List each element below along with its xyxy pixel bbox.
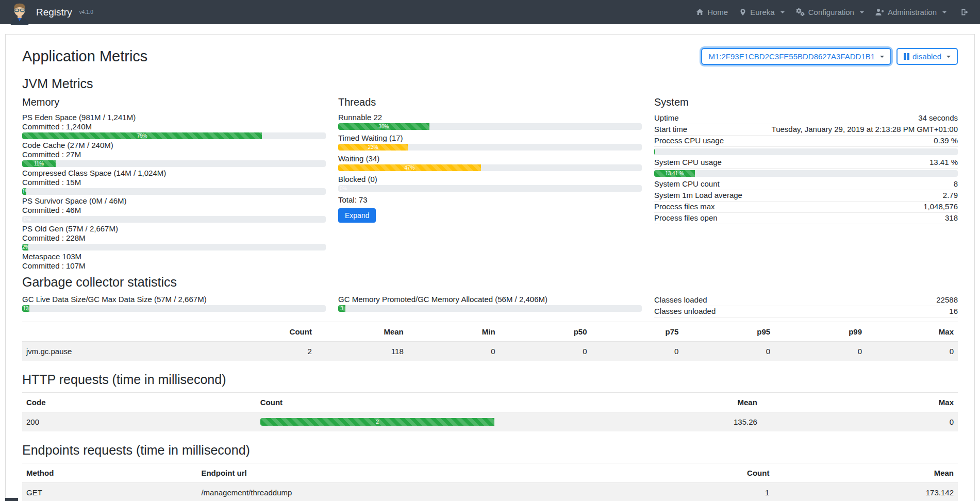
memory-progress-bar: 1% — [22, 188, 326, 195]
nav-item-label: Administration — [888, 8, 937, 16]
http-requests-table: Code Count Mean Max 200 2 135.26 0 — [22, 392, 958, 431]
memory-item-title: Compressed Class Space (14M / 1,024M) — [22, 169, 326, 178]
memory-item: Compressed Class Space (14M / 1,024M) Co… — [22, 169, 326, 195]
memory-item-title: Metaspace 103M — [22, 252, 326, 261]
pause-icon — [904, 53, 909, 60]
classes-unloaded-row: Classes unloaded 16 — [654, 306, 958, 318]
nav-item-home[interactable]: Home — [690, 4, 734, 21]
thread-item: Runnable 22 30% — [338, 113, 642, 130]
thread-item-title: Timed Waiting (17) — [338, 133, 642, 143]
system-column: System Uptime 34 seconds Start time Tues… — [654, 96, 958, 272]
sign-out-button[interactable] — [952, 4, 971, 20]
chevron-down-icon — [860, 11, 864, 13]
system-row-uptime: Uptime 34 seconds — [654, 113, 958, 124]
threads-heading: Threads — [338, 96, 642, 108]
gc-pause-row: jvm.gc.pause 2 118 0 0 0 0 0 0 — [22, 342, 958, 361]
user-plus-icon — [875, 8, 884, 16]
memory-item: PS Eden Space (981M / 1,241M) Committed … — [22, 113, 326, 139]
memory-progress-bar: 79% — [22, 132, 326, 139]
system-row-files-max: Process files max 1,048,576 — [654, 202, 958, 213]
threads-column: Threads Runnable 22 30% Timed Waiting (1… — [338, 96, 642, 272]
memory-item: Code Cache (27M / 240M) Committed : 27M … — [22, 141, 326, 167]
instance-selector-dropdown[interactable]: M1:2F93E1CBD2C3FE55BDD8627A3FADD1B1 — [701, 48, 891, 65]
top-navbar: Registry v4.1.0 Home Eureka Configuratio… — [0, 0, 980, 24]
refresh-toggle-dropdown[interactable]: disabled — [896, 48, 958, 65]
page-header: Application Metrics M1:2F93E1CBD2C3FE55B… — [22, 46, 958, 76]
app-title: Registry — [36, 7, 72, 18]
http-count-progress-bar: 2 — [260, 418, 626, 426]
memory-item-title: PS Old Gen (57M / 2,667M) — [22, 224, 326, 233]
memory-item: Metaspace 103M Committed : 107M — [22, 252, 326, 271]
header-buttons: M1:2F93E1CBD2C3FE55BDD8627A3FADD1B1 disa… — [701, 48, 958, 65]
thread-item-title: Blocked (0) — [338, 175, 642, 184]
memory-item-title: PS Survivor Space (0M / 46M) — [22, 196, 326, 206]
chevron-down-icon — [880, 56, 884, 58]
memory-item: PS Survivor Space (0M / 46M) Committed :… — [22, 196, 326, 223]
thread-item-title: Waiting (34) — [338, 154, 642, 163]
map-marker-icon — [739, 8, 746, 16]
http-col-code: Code — [22, 393, 256, 412]
expand-threads-button[interactable]: Expand — [338, 208, 376, 223]
nav-item-configuration[interactable]: Configuration — [790, 4, 870, 21]
memory-column: Memory PS Eden Space (981M / 1,241M) Com… — [22, 96, 326, 272]
nav-item-label: Eureka — [750, 8, 775, 16]
gc-col-min: Min — [408, 322, 500, 342]
endpoint-row-threaddump: GET /management/threaddump 1 173.142 — [22, 483, 958, 501]
endpoints-requests-heading: Endpoints requests (time in millisecond) — [22, 443, 958, 458]
gc-columns: GC Live Data Size/GC Max Data Size (57M … — [22, 295, 958, 318]
thread-item: Waiting (34) 47% — [338, 154, 642, 171]
gc-col-max: Max — [866, 322, 958, 342]
http-row-200: 200 2 135.26 0 — [22, 412, 958, 432]
gc-col-p75: p75 — [591, 322, 683, 342]
classes-loaded-row: Classes loaded 22588 — [654, 295, 958, 306]
memory-progress-bar: 11% — [22, 160, 326, 167]
system-heading: System — [654, 96, 958, 108]
gc-col-count: Count — [224, 322, 316, 342]
endpoints-header-row: Method Endpoint url Count Mean — [22, 463, 958, 483]
memory-item-committed: Committed : 46M — [22, 206, 326, 215]
gc-bar-title: GC Memory Promoted/GC Memory Allocated (… — [338, 295, 642, 304]
chevron-down-icon — [780, 11, 785, 13]
system-row-start-time: Start time Tuesday, January 29, 2019 at … — [654, 124, 958, 136]
memory-item-committed: Committed : 107M — [22, 261, 326, 271]
endpoints-col-count: Count — [618, 463, 773, 483]
gc-bar-title: GC Live Data Size/GC Max Data Size (57M … — [22, 295, 326, 304]
system-row-cpu-count: System CPU count 8 — [654, 179, 958, 190]
gc-progress-bar: 13 — [22, 305, 326, 312]
http-col-max: Max — [761, 393, 958, 412]
gc-pause-table: Count Mean Min p50 p75 p95 p99 Max jvm.g… — [22, 322, 958, 361]
gc-pause-header-row: Count Mean Min p50 p75 p95 p99 Max — [22, 322, 958, 342]
thread-progress-bar: 23% — [338, 144, 642, 151]
process-cpu-progress-bar — [654, 148, 958, 155]
gc-live-data-column: GC Live Data Size/GC Max Data Size (57M … — [22, 295, 326, 318]
metrics-page: Application Metrics M1:2F93E1CBD2C3FE55B… — [5, 34, 975, 501]
system-row-process-cpu: Process CPU usage 0.39 % — [654, 136, 958, 147]
page-title: Application Metrics — [22, 48, 147, 65]
gc-heading: Garbage collector statistics — [22, 275, 958, 290]
memory-progress-bar: 0% — [22, 216, 326, 223]
jvm-metrics-heading: JVM Metrics — [22, 76, 958, 91]
gc-col-p50: p50 — [500, 322, 591, 342]
memory-heading: Memory — [22, 96, 326, 108]
gc-col-p95: p95 — [683, 322, 774, 342]
gc-col-mean: Mean — [316, 322, 408, 342]
app-version: v4.1.0 — [79, 9, 93, 15]
thread-progress-bar: 0% — [338, 185, 642, 192]
thread-item-title: Runnable 22 — [338, 113, 642, 122]
memory-item: PS Old Gen (57M / 2,667M) Committed : 22… — [22, 224, 326, 250]
gc-memory-promoted-column: GC Memory Promoted/GC Memory Allocated (… — [338, 295, 642, 318]
jhipster-avatar-logo — [9, 2, 30, 25]
http-col-mean: Mean — [630, 393, 761, 412]
http-col-count: Count — [256, 393, 630, 412]
refresh-toggle-label: disabled — [912, 52, 941, 61]
nav-item-administration[interactable]: Administration — [870, 4, 952, 21]
gc-progress-bar: 3 — [338, 305, 642, 312]
sign-out-icon — [960, 8, 969, 16]
brand[interactable]: Registry v4.1.0 — [9, 0, 93, 25]
nav-item-eureka[interactable]: Eureka — [734, 4, 790, 21]
system-row-load-average: System 1m Load average 2.79 — [654, 190, 958, 202]
memory-progress-bar: 2% — [22, 244, 326, 250]
endpoints-requests-table: Method Endpoint url Count Mean GET /mana… — [22, 463, 958, 501]
memory-item-committed: Committed : 15M — [22, 178, 326, 187]
nav-item-label: Home — [707, 8, 728, 16]
